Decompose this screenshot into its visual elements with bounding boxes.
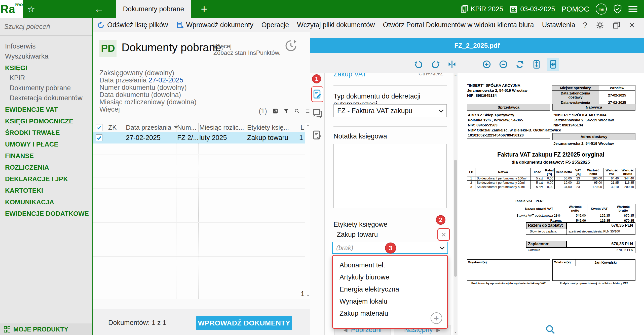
operations-menu[interactable]: Operacje [261, 21, 289, 29]
calendar-icon [510, 5, 518, 13]
filter-data-przesłania[interactable]: Data przesłania 27-02-2025 [99, 77, 197, 84]
dropdown-option-wynajem-lokalu[interactable]: Wynajem lokalu [333, 295, 447, 307]
fit-height-icon[interactable] [531, 58, 543, 71]
shield-icon[interactable] [613, 5, 622, 14]
sidebar-item-środki-trwałe[interactable]: ŚRODKI TRWAŁE [5, 128, 92, 138]
dropdown-option-artykuły-biurowe[interactable]: Artykuły biurowe [333, 271, 447, 283]
column-header-numer[interactable]: Num... [177, 123, 197, 132]
sidebar-item-infoserwis[interactable]: Infoserwis [5, 41, 92, 51]
export-icon[interactable] [273, 107, 278, 115]
table-row[interactable]: 27-02-2025 FZ 2/... luty 2025 Zakup towa… [93, 132, 305, 143]
zoom-in-icon[interactable] [481, 58, 493, 71]
ins-badge-icon[interactable]: Ins [596, 4, 607, 15]
dekretacja-document-icon[interactable] [313, 89, 322, 99]
filter-funnel-icon[interactable] [284, 107, 289, 115]
search-input[interactable] [4, 23, 94, 31]
invoice-subtitle: dla dokumentu dostawcy: FS 255/2025 [458, 160, 644, 165]
sidebar-item-moje-produkty[interactable]: MOJE PRODUKTY [0, 323, 92, 335]
more-link[interactable]: Więcej [213, 43, 232, 50]
table-header: ZK Data przesłania Num... Miesiąc rozlic… [93, 123, 305, 132]
gear-icon[interactable] [596, 21, 604, 29]
zakup-vat-link[interactable]: Zakup VAT [333, 73, 366, 78]
filter-data-dokumentu-dowolna[interactable]: Data dokumentu (dowolna) [99, 91, 197, 99]
sidebar-item-deklaracje-i-jpk[interactable]: DEKLARACJE I JPK [5, 174, 92, 184]
sidebar-item-dekretacja-dokumentów[interactable]: Dekretacja dokumentów [5, 93, 92, 103]
sidebar-item-ewidencje-vat[interactable]: EWIDENCJE VAT [5, 105, 92, 115]
new-tab-plus-icon[interactable]: + [198, 0, 210, 18]
column-header-etykiety[interactable]: Etykiety księ... [247, 123, 289, 132]
comments-icon[interactable] [313, 109, 322, 118]
split-view-icon[interactable] [446, 58, 458, 71]
filter-zaksięgowany-dowolny[interactable]: Zaksięgowany (dowolny) [99, 69, 197, 77]
dropdown-option-energia-elektryczna[interactable]: Energia elektryczna [333, 283, 447, 295]
sidebar-item-ewidencje-dodatkowe[interactable]: EWIDENCJE DODATKOWE [5, 209, 92, 219]
chevron-down-icon [440, 245, 445, 250]
date-selector[interactable]: 03-03-2025 [510, 5, 555, 13]
open-documents-portal-button[interactable]: Otwórz Portal Dokumentów w widoku klient… [383, 21, 534, 29]
enter-documents-button[interactable]: Wprowadź dokumenty [176, 21, 253, 29]
list-menu-icon[interactable] [305, 107, 310, 115]
column-header-l[interactable]: L [300, 123, 304, 132]
wprowadz-dokumenty-button[interactable]: WPROWADŹ DOKUMENTY [196, 316, 292, 330]
filter-miesiąc-rozliczeniowy-dowolna[interactable]: Miesiąc rozliczeniowy (dowolna) [99, 99, 197, 106]
sidebar-item-rozliczenia[interactable]: ROZLICZENIA [5, 162, 92, 172]
rotate-right-icon[interactable] [429, 58, 441, 71]
accounting-note-textarea[interactable] [333, 144, 447, 208]
zoom-out-icon[interactable] [497, 58, 509, 71]
close-icon[interactable]: × [629, 20, 635, 31]
rotate-left-icon[interactable] [413, 58, 425, 71]
scroll-down-icon[interactable]: ⌄ [453, 328, 458, 334]
sidebar-item-umowy-i-płace[interactable]: UMOWY I PŁACE [5, 139, 92, 149]
shortcut-label: Ctrl+Alt+Z [419, 73, 443, 77]
restore-window-icon[interactable] [613, 21, 621, 29]
hamburger-menu-icon[interactable] [628, 6, 637, 12]
sidebar-item-komunikacja[interactable]: KOMUNIKACJA [5, 197, 92, 207]
filter-więcej[interactable]: Więcej [99, 106, 197, 113]
sidebar-item-dokumenty-pobrane[interactable]: Dokumenty pobrane [5, 83, 92, 93]
magnifier-icon[interactable] [545, 324, 556, 335]
column-header-zk[interactable]: ZK [108, 123, 117, 132]
select-all-checkbox[interactable] [96, 123, 102, 132]
inspunkty-link[interactable]: Zobacz stan InsPunktów. [213, 49, 281, 56]
documents-count-label: Dokumentów: 1 z 1 [108, 319, 166, 327]
document-type-select[interactable]: FZ - Faktura VAT zakupu [333, 104, 447, 117]
sidebar-item-księgi-pomocnicze[interactable]: KSIĘGI POMOCNICZE [5, 116, 92, 126]
sidebar-item-księgi[interactable]: KSIĘGI [5, 63, 92, 73]
fit-width-icon[interactable] [547, 58, 559, 71]
sidebar-item-kpir[interactable]: KPiR [5, 73, 92, 83]
label-combo[interactable]: (brak) 3 [332, 242, 448, 254]
scroll-up-icon[interactable]: ⌃ [453, 74, 458, 79]
panel-header: PD Dokumenty pobrane Więcej Zobacz stan … [93, 32, 310, 64]
filter-numer-dokumentu-dowolny[interactable]: Numer dokumentu (dowolny) [99, 84, 197, 91]
favorites-star-icon[interactable]: ☆ [26, 0, 36, 18]
scrollbar-thumb[interactable] [454, 160, 457, 277]
history-clock-icon[interactable] [284, 39, 297, 52]
buyer-details: "INSERT" SPÓŁKA AKCYJNAJerzmanowska 2, 5… [553, 113, 614, 128]
app-logo: RaPRO [0, 0, 23, 18]
document-add-icon [176, 21, 184, 29]
paid-box: Zapłacono:670,35 PLN [526, 241, 635, 248]
command-search[interactable] [0, 18, 92, 36]
add-label-plus-icon[interactable]: + [431, 312, 442, 324]
reset-view-icon[interactable] [514, 58, 526, 71]
help-menu[interactable]: POMOC [561, 5, 589, 13]
help-icon[interactable]: ? [583, 21, 587, 30]
row-checkbox[interactable] [96, 132, 102, 143]
period-selector[interactable]: 1 KPiR 2025 [461, 5, 503, 13]
settings-menu[interactable]: Ustawienia [542, 21, 575, 29]
remove-label-button[interactable]: × [437, 228, 450, 241]
sidebar-item-kartoteki[interactable]: KARTOTEKI [5, 185, 92, 196]
document-check-icon[interactable] [313, 130, 322, 140]
sidebar-item-finanse[interactable]: FINANSE [5, 151, 92, 161]
dropdown-option-zakup-materiału[interactable]: Zakup materiału [333, 307, 447, 319]
form-scrollbar[interactable]: ⌃ ⌄ [453, 73, 458, 335]
column-header-miesiac[interactable]: Miesiąc rozlic... [199, 123, 244, 132]
refresh-file-list-button[interactable]: Odśwież listę plików [97, 21, 168, 29]
search-icon[interactable] [294, 107, 300, 115]
sidebar-item-wyszukiwarka[interactable]: Wyszukiwarka [5, 51, 92, 61]
column-header-data-przeslania[interactable]: Data przesłania [126, 123, 178, 132]
load-document-files-button[interactable]: Wczytaj pliki dokumentów [297, 21, 375, 29]
dropdown-option-abonament-tel[interactable]: Abonament tel. [333, 259, 447, 271]
tab-dokumenty-pobrane[interactable]: Dokumenty pobrane [116, 0, 191, 18]
back-arrow-icon[interactable]: ← [93, 0, 105, 18]
